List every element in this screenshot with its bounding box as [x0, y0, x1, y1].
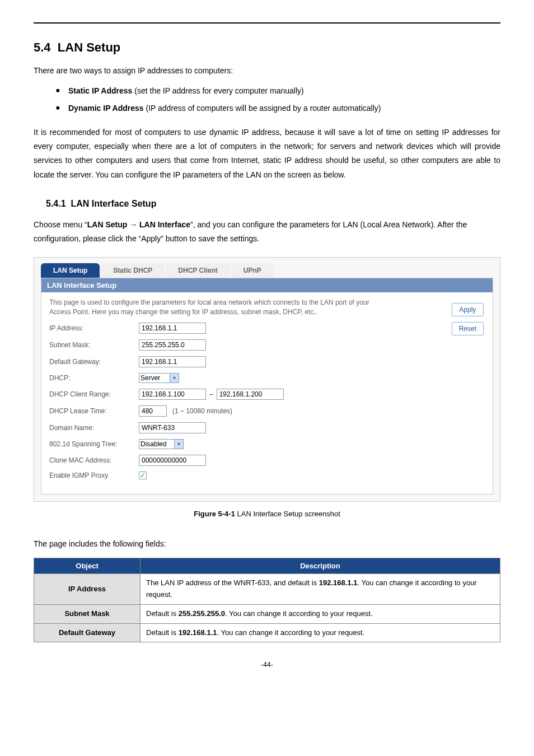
desc-mask: Default is 255.255.255.0. You can change…: [140, 604, 500, 623]
dhcp-select[interactable]: ▾: [139, 373, 179, 383]
subsection-heading: 5.4.1 LAN Interface Setup: [46, 199, 500, 209]
text: Choose menu “: [34, 220, 87, 229]
ip-address-input[interactable]: [139, 323, 206, 334]
figure-text: LAN Interface Setup screenshot: [235, 510, 340, 518]
text: . You can change it according to your re…: [217, 628, 365, 637]
row-domain: Domain Name:: [49, 422, 485, 433]
panel-body: LAN Interface Setup This page is used to…: [41, 278, 493, 494]
address-type-list: Static IP Address (set the IP address fo…: [56, 85, 500, 114]
desc-ip: The LAN IP address of the WNRT-633, and …: [140, 574, 500, 605]
row-stp: 802.1d Spanning Tree: ▾: [49, 439, 485, 449]
label-stp: 802.1d Spanning Tree:: [49, 440, 139, 448]
subnet-mask-input[interactable]: [139, 339, 206, 351]
obj-ip: IP Address: [34, 574, 140, 605]
action-buttons: Apply Reset: [452, 303, 484, 335]
table-row: Subnet Mask Default is 255.255.255.0. Yo…: [34, 604, 500, 623]
menu-path-para: Choose menu “LAN Setup → LAN Interface”,…: [34, 218, 500, 246]
label-range: DHCP Client Range:: [49, 390, 139, 398]
menu-path-lan-interface: LAN Interface: [137, 220, 190, 229]
arrow-icon: →: [129, 220, 137, 229]
row-igmp: Enable IGMP Proxy ✓: [49, 472, 485, 479]
static-ip-desc: (set the IP address for every computer m…: [132, 86, 303, 95]
row-ip: IP Address:: [49, 323, 485, 334]
default-ip: 192.168.1.1: [319, 578, 358, 587]
tab-dhcp-client[interactable]: DHCP Client: [166, 263, 229, 278]
label-domain: Domain Name:: [49, 424, 139, 432]
intro-text: There are two ways to assign IP addresse…: [34, 64, 500, 78]
stp-select[interactable]: ▾: [139, 439, 184, 449]
reset-button[interactable]: Reset: [452, 322, 484, 335]
panel-title: LAN Interface Setup: [41, 278, 493, 292]
clone-mac-input[interactable]: [139, 455, 206, 466]
table-row: Default Gateway Default is 192.168.1.1. …: [34, 623, 500, 642]
label-dhcp: DHCP:: [49, 374, 139, 382]
page-number: -44-: [34, 659, 500, 671]
dynamic-ip-label: Dynamic IP Address: [68, 104, 144, 113]
menu-path-lan-setup: LAN Setup: [87, 220, 129, 229]
stp-value[interactable]: [139, 439, 175, 449]
tab-bar: LAN Setup Static DHCP DHCP Client UPnP: [34, 258, 500, 278]
default-gw: 192.168.1.1: [179, 628, 217, 637]
row-mask: Subnet Mask:: [49, 339, 485, 351]
row-lease: DHCP Lease Time: (1 ~ 10080 minutes): [49, 405, 485, 417]
table-lead: The page includes the following fields:: [34, 537, 500, 551]
apply-button[interactable]: Apply: [452, 303, 484, 316]
section-heading: 5.4 LAN Setup: [34, 40, 500, 55]
lease-hint: (1 ~ 10080 minutes): [172, 407, 232, 415]
panel-description: This page is used to configure the param…: [49, 298, 376, 317]
check-icon: ✓: [140, 472, 146, 479]
screenshot-figure: LAN Setup Static DHCP DHCP Client UPnP L…: [34, 257, 500, 502]
subsection-title: LAN Interface Setup: [71, 199, 156, 208]
text: . You can change it according to your re…: [225, 609, 373, 618]
dynamic-ip-desc: (IP address of computers will be assigne…: [144, 104, 381, 113]
obj-mask: Subnet Mask: [34, 604, 140, 623]
label-gw: Default Gateway:: [49, 358, 139, 366]
page-top-rule: [34, 22, 500, 24]
dhcp-lease-input[interactable]: [139, 405, 167, 417]
text: Default is: [146, 609, 179, 618]
label-clone: Clone MAC Address:: [49, 456, 139, 464]
text: The LAN IP address of the WNRT-633, and …: [146, 578, 319, 587]
default-mask: 255.255.255.0: [179, 609, 225, 618]
row-range: DHCP Client Range: –: [49, 389, 485, 400]
chevron-down-icon: ▾: [175, 439, 184, 449]
row-dhcp: DHCP: ▾: [49, 373, 485, 383]
section-title: LAN Setup: [58, 40, 120, 54]
tab-upnp[interactable]: UPnP: [231, 263, 274, 278]
list-item: Static IP Address (set the IP address fo…: [56, 85, 500, 97]
range-separator: –: [209, 390, 213, 398]
row-clone: Clone MAC Address:: [49, 455, 485, 466]
desc-gw: Default is 192.168.1.1. You can change i…: [140, 623, 500, 642]
dhcp-value[interactable]: [139, 373, 170, 383]
domain-name-input[interactable]: [139, 422, 206, 433]
dhcp-range-to-input[interactable]: [217, 389, 284, 400]
dhcp-range-from-input[interactable]: [139, 389, 206, 400]
chevron-down-icon: ▾: [170, 373, 179, 383]
figure-caption: Figure 5-4-1 LAN Interface Setup screens…: [34, 507, 500, 520]
igmp-checkbox[interactable]: ✓: [139, 472, 147, 479]
fields-table: Object Description IP Address The LAN IP…: [34, 558, 500, 642]
tab-static-dhcp[interactable]: Static DHCP: [101, 263, 165, 278]
col-description: Description: [140, 558, 500, 574]
row-gw: Default Gateway:: [49, 356, 485, 367]
figure-label: Figure 5-4-1: [194, 510, 235, 518]
default-gateway-input[interactable]: [139, 356, 206, 367]
label-mask: Subnet Mask:: [49, 341, 139, 349]
table-row: IP Address The LAN IP address of the WNR…: [34, 574, 500, 605]
section-number: 5.4: [34, 40, 51, 54]
label-lease: DHCP Lease Time:: [49, 407, 139, 415]
tab-lan-setup[interactable]: LAN Setup: [41, 263, 100, 278]
col-object: Object: [34, 558, 140, 574]
subsection-number: 5.4.1: [46, 199, 66, 208]
label-igmp: Enable IGMP Proxy: [49, 472, 139, 479]
recommendation-para: It is recommended for most of computers …: [34, 125, 500, 182]
list-item: Dynamic IP Address (IP address of comput…: [56, 102, 500, 114]
text: Default is: [146, 628, 179, 637]
obj-gw: Default Gateway: [34, 623, 140, 642]
label-ip: IP Address:: [49, 324, 139, 332]
static-ip-label: Static IP Address: [68, 86, 132, 95]
